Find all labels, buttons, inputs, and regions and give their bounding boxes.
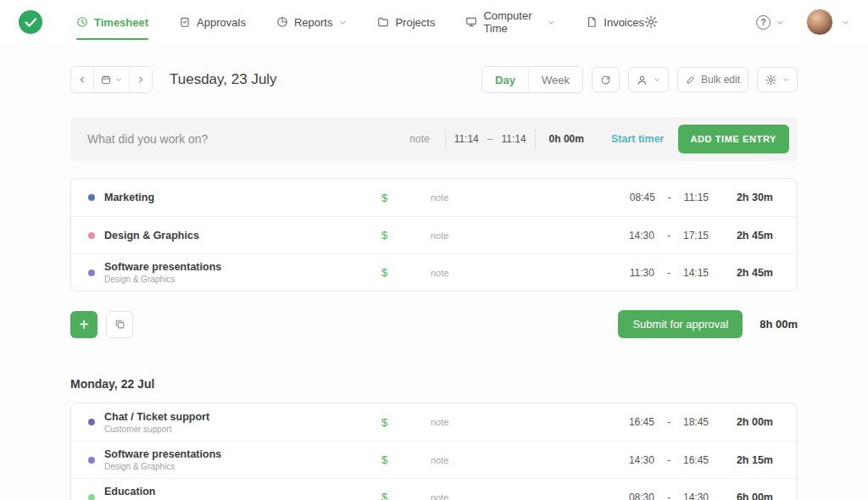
end-time[interactable]: 11:15	[684, 192, 709, 203]
prev-day-button[interactable]	[71, 67, 93, 92]
calendar-button[interactable]	[93, 67, 129, 92]
app-logo[interactable]	[19, 10, 42, 34]
entry-duration[interactable]: 2h 00m	[709, 416, 773, 428]
nav-label: Invoices	[604, 16, 644, 29]
duration-input[interactable]: 0h 00m	[549, 133, 584, 145]
end-time-input[interactable]: 11:14	[501, 133, 526, 145]
task-name[interactable]: Chat / Ticket support	[104, 411, 381, 423]
note-field[interactable]: note	[431, 417, 600, 427]
task-name[interactable]: Marketing	[104, 192, 381, 203]
time-entry-row[interactable]: Marketing $ note 08:45 - 11:15 2h 30m	[71, 179, 797, 216]
settings-gear-icon[interactable]	[644, 15, 658, 29]
next-day-button[interactable]	[129, 67, 152, 92]
project-color-dot	[88, 232, 95, 239]
chevron-down-icon	[782, 76, 789, 83]
nav-projects[interactable]: Projects	[377, 0, 435, 44]
end-time[interactable]: 16:45	[683, 454, 709, 466]
submit-for-approval-button[interactable]: Submit for approval	[618, 310, 743, 338]
work-description-input[interactable]	[87, 132, 394, 146]
nav-label: Timesheet	[94, 16, 148, 29]
billable-icon[interactable]: $	[381, 491, 431, 500]
billable-icon[interactable]: $	[381, 192, 431, 204]
end-time[interactable]: 14:30	[683, 492, 709, 500]
start-timer-link[interactable]: Start timer	[611, 133, 665, 145]
end-time[interactable]: 17:15	[683, 230, 709, 242]
bulk-edit-button[interactable]: Bulk edit	[677, 67, 748, 92]
time-range-dash: -	[667, 492, 670, 500]
billable-icon[interactable]: $	[381, 416, 431, 429]
note-field[interactable]: note	[409, 133, 429, 145]
time-entry-row[interactable]: Education Customer success $ note 08:30 …	[71, 478, 797, 500]
task-name[interactable]: Design & Graphics	[104, 230, 381, 242]
nav-label: Projects	[395, 16, 435, 29]
entry-title: Software presentations Design & Graphics	[104, 448, 381, 471]
task-name[interactable]: Education	[104, 486, 381, 497]
task-name[interactable]: Software presentations	[104, 448, 381, 460]
entry-duration[interactable]: 2h 45m	[709, 267, 773, 279]
note-field[interactable]: note	[431, 192, 600, 203]
bulk-edit-label: Bulk edit	[701, 74, 740, 86]
start-time[interactable]: 08:30	[629, 492, 654, 500]
previous-day-entries-card: Chat / Ticket support Customer support $…	[70, 403, 798, 500]
folder-icon	[377, 16, 389, 28]
entry-duration[interactable]: 2h 30m	[709, 192, 773, 203]
start-time[interactable]: 14:30	[629, 230, 654, 242]
billable-icon[interactable]: $	[381, 266, 431, 279]
people-filter-button[interactable]	[628, 67, 669, 92]
time-entry-row[interactable]: Software presentations Design & Graphics…	[71, 441, 797, 478]
entry-duration[interactable]: 2h 15m	[709, 454, 773, 466]
chevron-down-icon	[339, 19, 347, 26]
day-view-button[interactable]: Day	[482, 67, 528, 92]
note-field[interactable]: note	[431, 492, 600, 500]
start-time-input[interactable]: 11:14	[454, 133, 479, 145]
note-field[interactable]: note	[431, 455, 600, 465]
nav-timesheet[interactable]: Timesheet	[76, 0, 148, 44]
help-menu[interactable]: ?	[756, 15, 784, 30]
user-menu[interactable]	[806, 8, 849, 36]
billable-icon[interactable]: $	[381, 229, 431, 242]
clock-icon	[76, 16, 88, 28]
refresh-button[interactable]	[592, 67, 620, 92]
task-name[interactable]: Software presentations	[104, 261, 381, 273]
add-time-entry-button[interactable]: ADD TIME ENTRY	[678, 125, 790, 153]
entry-title: Software presentations Design & Graphics	[104, 261, 381, 284]
add-row-button[interactable]: +	[70, 311, 97, 338]
nav-reports[interactable]: Reports	[276, 0, 348, 44]
entry-duration[interactable]: 2h 45m	[709, 230, 773, 242]
day-week-toggle: Day Week	[481, 66, 583, 93]
time-range-dash: -	[667, 454, 670, 466]
nav-invoices[interactable]: Invoices	[586, 0, 644, 44]
timesheet-settings-button[interactable]	[757, 67, 798, 92]
time-entry-row[interactable]: Software presentations Design & Graphics…	[71, 253, 797, 291]
week-view-button[interactable]: Week	[528, 67, 582, 92]
date-navigation	[70, 66, 153, 93]
time-range-dash: -	[667, 416, 670, 428]
end-time[interactable]: 18:45	[683, 416, 709, 428]
new-entry-bar: note 11:14 – 11:14 0h 00m Start timer AD…	[70, 117, 798, 161]
start-time[interactable]: 08:45	[630, 192, 655, 203]
toolbar-actions: Day Week Bulk edit	[481, 66, 798, 93]
note-field[interactable]: note	[431, 268, 600, 278]
time-entry-row[interactable]: Chat / Ticket support Customer support $…	[71, 403, 797, 441]
duplicate-button[interactable]	[106, 311, 133, 338]
today-entries-card: Marketing $ note 08:45 - 11:15 2h 30m De…	[70, 178, 798, 292]
nav-approvals[interactable]: Approvals	[179, 0, 246, 44]
main-content: Tuesday, 23 July Day Week Bulk edit	[70, 66, 798, 500]
time-entry-row[interactable]: Design & Graphics $ note 14:30 - 17:15 2…	[71, 216, 797, 253]
start-time[interactable]: 16:45	[629, 416, 654, 428]
entry-duration[interactable]: 6h 00m	[709, 492, 773, 500]
day-total-duration: 8h 00m	[760, 318, 798, 331]
nav-label: Computer Time	[483, 9, 541, 35]
billable-icon[interactable]: $	[381, 453, 431, 466]
entry-title: Education Customer success	[104, 486, 381, 500]
start-time[interactable]: 14:30	[629, 454, 654, 466]
edit-pencil-icon	[686, 75, 696, 85]
note-field[interactable]: note	[431, 231, 600, 241]
nav-computer-time[interactable]: Computer Time	[465, 0, 555, 44]
nav-label: Reports	[294, 16, 333, 29]
end-time[interactable]: 14:15	[683, 267, 709, 279]
project-color-dot	[88, 457, 95, 464]
start-time[interactable]: 11:30	[630, 267, 654, 279]
gear-icon	[765, 75, 776, 86]
date-title: Tuesday, 23 July	[170, 71, 277, 88]
